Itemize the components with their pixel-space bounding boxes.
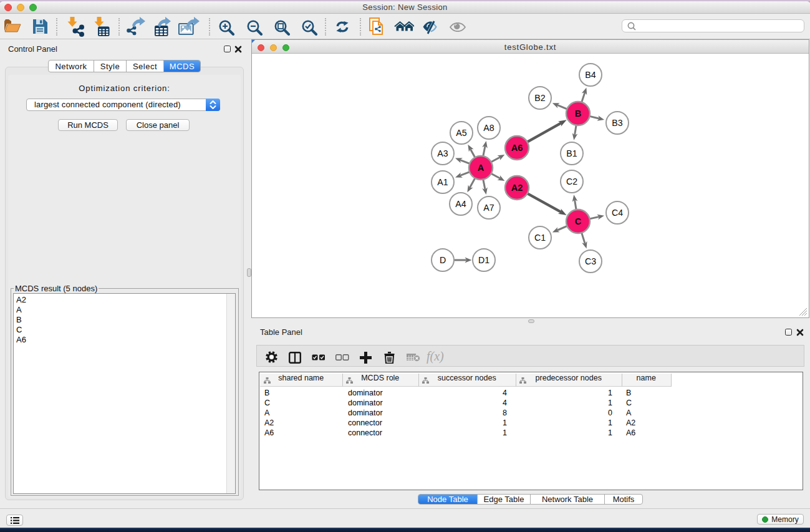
- svg-text:A6: A6: [511, 143, 523, 153]
- svg-text:B3: B3: [612, 118, 622, 128]
- svg-text:D: D: [440, 255, 446, 265]
- svg-text:C2: C2: [566, 177, 577, 186]
- svg-text:C: C: [575, 216, 582, 226]
- svg-text:A1: A1: [437, 177, 448, 187]
- svg-text:D1: D1: [478, 255, 489, 265]
- svg-text:A8: A8: [483, 123, 494, 133]
- svg-text:B4: B4: [585, 70, 595, 80]
- svg-text:B1: B1: [566, 148, 577, 158]
- svg-text:C3: C3: [585, 256, 596, 266]
- svg-text:B: B: [575, 109, 581, 118]
- svg-text:A7: A7: [483, 203, 494, 213]
- svg-text:A5: A5: [456, 128, 466, 138]
- svg-text:B2: B2: [534, 93, 545, 103]
- svg-text:C1: C1: [534, 233, 546, 243]
- svg-text:A3: A3: [437, 148, 448, 158]
- svg-text:A4: A4: [455, 199, 466, 209]
- svg-text:A2: A2: [511, 183, 523, 193]
- svg-text:A: A: [478, 163, 485, 173]
- svg-text:C4: C4: [612, 208, 623, 218]
